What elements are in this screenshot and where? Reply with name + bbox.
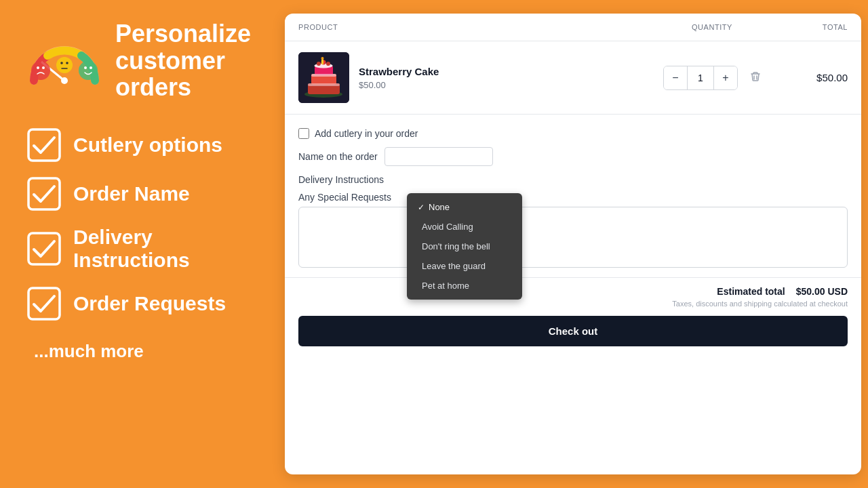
name-row: Name on the order [298, 147, 848, 166]
special-requests-label: Any Special Requests [298, 192, 848, 203]
total-row: Estimated total $50.00 USD [298, 286, 848, 297]
feature-item-delivery: Delivery Instructions [27, 226, 258, 272]
delivery-label: Delivery Instructions [298, 174, 384, 185]
dropdown-item-avoid-calling[interactable]: Avoid Calling [407, 217, 522, 237]
dropdown-item-leave-guard[interactable]: Leave the guard [407, 256, 522, 276]
checkmark-icon-2 [27, 177, 61, 211]
col-header-total: TOTAL [780, 23, 848, 31]
checkmark-icon-3 [27, 232, 61, 266]
left-panel: Personalize customer orders Cutlery opti… [0, 0, 285, 488]
product-image [298, 52, 349, 103]
dropdown-item-pet-home[interactable]: Pet at home [407, 276, 522, 296]
svg-point-3 [37, 66, 39, 69]
svg-point-2 [31, 61, 50, 80]
product-name: Strawberry Cake [359, 66, 439, 77]
checkout-button[interactable]: Check out [298, 316, 848, 346]
check-mark-icon: ✓ [418, 203, 425, 212]
delivery-row: Delivery Instructions ✓ None Avoid Calli… [298, 174, 848, 185]
feature-item-cutlery: Cutlery options [27, 128, 258, 162]
col-header-product: PRODUCT [298, 23, 644, 31]
svg-point-7 [90, 66, 92, 69]
feature-label-cutlery: Cutlery options [73, 134, 222, 157]
svg-point-5 [79, 61, 98, 80]
product-details: Strawberry Cake $50.00 [359, 66, 439, 90]
product-row: Strawberry Cake $50.00 − + $50.00 [285, 41, 861, 115]
order-options: Add cutlery in your order Name on the or… [285, 115, 861, 192]
svg-point-24 [326, 62, 330, 66]
qty-box: − + [663, 66, 738, 90]
svg-rect-26 [308, 83, 340, 86]
cutlery-row: Add cutlery in your order [298, 128, 848, 139]
product-total: $50.00 [780, 72, 848, 83]
svg-point-22 [317, 62, 321, 66]
product-price: $50.00 [359, 80, 439, 90]
dropdown-item-dont-ring[interactable]: Don't ring the bell [407, 237, 522, 256]
more-text: ...much more [34, 341, 144, 362]
feature-list: Cutlery options Order Name Delivery Inst… [27, 128, 258, 321]
feature-item-requests: Order Requests [27, 287, 258, 321]
checkmark-icon [27, 128, 61, 162]
svg-point-28 [321, 57, 324, 60]
quantity-control: − + [644, 66, 780, 90]
qty-input[interactable] [687, 66, 714, 89]
dropdown-label-ring: Don't ring the bell [422, 241, 490, 251]
dropdown-label-avoid: Avoid Calling [422, 222, 473, 232]
cart-card: PRODUCT QUANTITY TOTAL [285, 14, 861, 474]
delivery-dropdown[interactable]: ✓ None Avoid Calling Don't ring the bell… [407, 193, 522, 300]
svg-point-4 [42, 66, 45, 69]
svg-point-8 [56, 57, 73, 73]
header-row: Personalize customer orders [27, 20, 258, 101]
feature-label-order-name: Order Name [73, 182, 190, 205]
cart-footer: Estimated total $50.00 USD Taxes, discou… [285, 277, 861, 354]
cutlery-checkbox[interactable] [298, 128, 309, 139]
gauge-icon [27, 30, 102, 91]
name-label: Name on the order [298, 151, 378, 162]
svg-rect-27 [321, 59, 323, 64]
estimated-label: Estimated total [717, 286, 785, 297]
feature-label-delivery: Delivery Instructions [73, 226, 258, 272]
dropdown-label-pet: Pet at home [422, 281, 469, 291]
dropdown-label-none: None [429, 202, 450, 212]
feature-item-order-name: Order Name [27, 177, 258, 211]
qty-decrease-button[interactable]: − [664, 66, 687, 89]
svg-rect-25 [311, 74, 336, 77]
name-input[interactable] [384, 147, 493, 166]
feature-label-requests: Order Requests [73, 292, 226, 315]
checkmark-icon-4 [27, 287, 61, 321]
qty-increase-button[interactable]: + [714, 66, 737, 89]
product-info: Strawberry Cake $50.00 [298, 52, 644, 103]
dropdown-label-guard: Leave the guard [422, 261, 486, 271]
estimated-value: $50.00 USD [796, 286, 848, 297]
textarea-area: Any Special Requests [285, 192, 861, 277]
dropdown-item-none[interactable]: ✓ None [407, 197, 522, 217]
col-header-quantity: QUANTITY [644, 23, 780, 31]
svg-point-6 [84, 66, 87, 69]
svg-point-10 [66, 62, 68, 65]
tax-note: Taxes, discounts and shipping calculated… [298, 300, 848, 308]
delete-button[interactable] [750, 71, 761, 85]
page-title: Personalize customer orders [115, 20, 258, 101]
table-header: PRODUCT QUANTITY TOTAL [285, 14, 861, 41]
special-requests-textarea[interactable] [298, 207, 848, 268]
cutlery-label: Add cutlery in your order [315, 128, 418, 139]
right-panel: PRODUCT QUANTITY TOTAL [285, 0, 868, 488]
svg-point-9 [60, 62, 63, 65]
